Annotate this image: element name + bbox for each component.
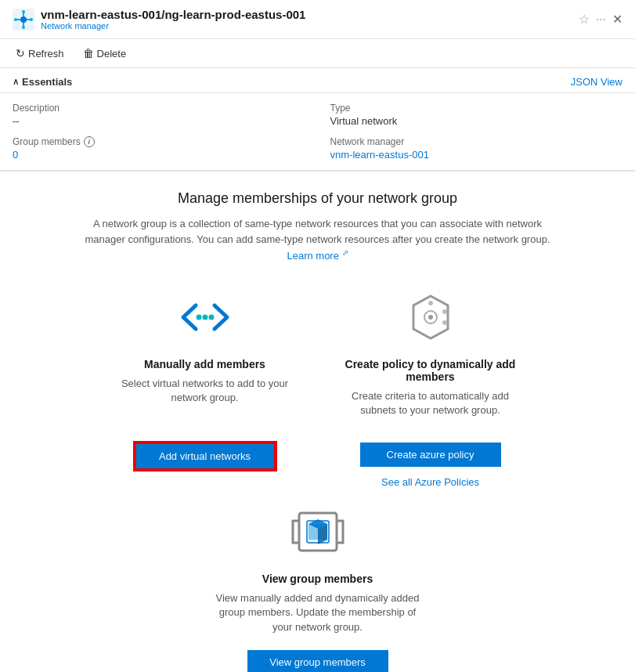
svg-point-8 (14, 18, 17, 21)
section-desc: A network group is a collection of same-… (83, 216, 553, 264)
section-desc-text: A network group is a collection of same-… (85, 218, 550, 245)
see-all-azure-policies-link[interactable]: See all Azure Policies (381, 476, 479, 488)
policy-icon-area (399, 286, 462, 349)
policy-title: Create policy to dynamically add members (337, 358, 525, 383)
group-members-value[interactable]: 0 (13, 149, 305, 161)
action-row: Add virtual networks Create azure policy… (25, 443, 610, 488)
essentials-chevron: ∧ (13, 77, 19, 87)
svg-point-16 (442, 309, 447, 314)
view-members-icon-area (287, 500, 349, 563)
main-content: Manage memberships of your network group… (0, 172, 635, 672)
page-title: vnm-learn-eastus-001/ng-learn-prod-eastu… (41, 8, 572, 21)
close-button[interactable]: ✕ (612, 12, 622, 27)
manual-action-col: Add virtual networks (111, 443, 299, 488)
description-field: Description -- (13, 99, 305, 130)
svg-point-18 (428, 301, 433, 305)
network-manager-icon (13, 9, 34, 31)
group-members-field: Group members i 0 (13, 133, 305, 164)
title-actions: ☆ ··· ✕ (579, 12, 622, 27)
group-members-label-row: Group members i (13, 136, 305, 147)
view-members-title: View group members (262, 573, 373, 585)
policy-icon (399, 290, 462, 345)
svg-point-7 (22, 26, 25, 29)
policy-action-col: Create azure policy See all Azure Polici… (337, 443, 525, 488)
type-field: Type Virtual network (330, 99, 623, 130)
svg-point-10 (196, 314, 201, 320)
group-members-label: Group members (13, 136, 81, 147)
title-bar: vnm-learn-eastus-001/ng-learn-prod-eastu… (0, 0, 635, 39)
title-text-group: vnm-learn-eastus-001/ng-learn-prod-eastu… (41, 8, 572, 31)
refresh-button[interactable]: ↻ Refresh (13, 45, 67, 61)
policy-desc: Create criteria to automatically add sub… (337, 389, 525, 417)
svg-point-1 (20, 16, 27, 23)
view-group-members-section: View group members View manually added a… (25, 500, 610, 672)
network-manager-value[interactable]: vnm-learn-eastus-001 (330, 149, 623, 161)
essentials-title: ∧ Essentials (13, 76, 72, 88)
manual-add-title: Manually add members (144, 358, 265, 370)
refresh-label: Refresh (28, 48, 64, 60)
delete-label: Delete (97, 48, 127, 60)
network-manager-label: Network manager (330, 136, 623, 147)
svg-point-9 (30, 18, 33, 21)
view-members-desc: View manually added and dynamically adde… (208, 591, 428, 634)
favorite-icon[interactable]: ☆ (579, 12, 590, 27)
svg-point-12 (208, 314, 214, 320)
svg-point-11 (202, 314, 207, 320)
svg-point-15 (428, 315, 433, 320)
create-azure-policy-button[interactable]: Create azure policy (360, 443, 501, 467)
type-value: Virtual network (330, 115, 623, 127)
external-link-icon: ⬀ (342, 248, 348, 257)
manual-add-desc: Select virtual networks to add to your n… (111, 377, 299, 405)
essentials-grid: Description -- Type Virtual network Grou… (0, 93, 635, 172)
more-options-icon[interactable]: ··· (596, 13, 606, 27)
svg-point-6 (22, 10, 25, 13)
learn-more-link[interactable]: Learn more ⬀ (287, 250, 348, 262)
toolbar: ↻ Refresh 🗑 Delete (0, 39, 635, 68)
manual-add-card: Manually add members Select virtual netw… (111, 286, 299, 417)
page-subtitle: Network manager (41, 21, 572, 31)
policy-card: Create policy to dynamically add members… (337, 286, 525, 417)
description-label: Description (13, 103, 305, 114)
description-value: -- (13, 115, 305, 127)
json-view-link[interactable]: JSON View (571, 76, 622, 88)
section-title: Manage memberships of your network group (25, 190, 610, 207)
view-group-members-button[interactable]: View group members (247, 650, 388, 672)
svg-point-17 (442, 320, 447, 325)
network-manager-field: Network manager vnm-learn-eastus-001 (330, 133, 623, 164)
manual-add-icon-area (174, 286, 236, 349)
essentials-title-label: Essentials (22, 76, 72, 88)
type-label: Type (330, 103, 623, 114)
manually-add-icon (174, 290, 236, 345)
group-members-info-icon[interactable]: i (84, 136, 95, 147)
cards-row: Manually add members Select virtual netw… (25, 286, 610, 417)
add-virtual-networks-button[interactable]: Add virtual networks (135, 443, 276, 470)
delete-button[interactable]: 🗑 Delete (80, 45, 130, 61)
refresh-icon: ↻ (16, 47, 25, 60)
essentials-header: ∧ Essentials JSON View (0, 68, 635, 93)
delete-icon: 🗑 (83, 47, 94, 60)
view-members-icon (287, 500, 349, 563)
